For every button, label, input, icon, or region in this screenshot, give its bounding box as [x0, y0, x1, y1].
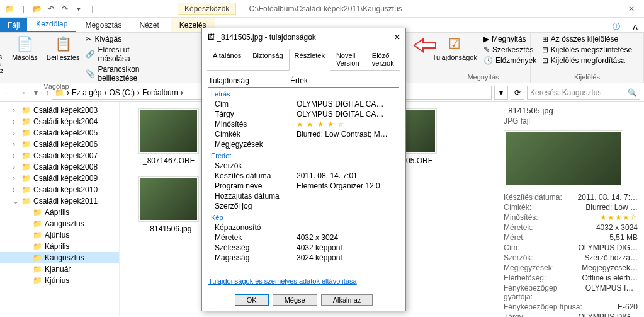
dialog-tab[interactable]: Általános	[207, 49, 247, 70]
property-row: Minősítés★ ★ ★ ★ ☆	[208, 119, 399, 129]
dialog-column-headers: TulajdonságÉrték	[208, 74, 399, 88]
ok-button[interactable]: OK	[235, 294, 269, 306]
dialog-tabs: ÁltalánosBiztonságRészletekNovell Versio…	[207, 49, 400, 71]
thumbnail[interactable]: _8071467.ORF	[138, 108, 199, 165]
invert-icon: ⊡	[542, 56, 548, 65]
maximize-button[interactable]: ☐	[594, 0, 619, 18]
tree-node[interactable]: ›📁Családi képek2005	[0, 127, 119, 139]
detail-row: Elérhetőség:Offline is elérh…	[504, 273, 638, 283]
app-icon: 📁	[4, 3, 15, 14]
tree-node[interactable]: ›📁Családi képek2010	[0, 184, 119, 195]
selection-group-label: Kijelölés	[574, 73, 600, 81]
open-button[interactable]: ▶Megnyitás	[483, 35, 536, 43]
qat-sep2: |	[87, 3, 98, 14]
edit-icon: ✎	[483, 45, 490, 54]
tree-node[interactable]: 📁Káprilis	[0, 241, 119, 252]
tab-view[interactable]: Nézet	[130, 18, 167, 32]
tree-node[interactable]: 📁Kaugusztus	[0, 252, 119, 263]
property-row: CímOLYMPUS DIGITAL CA…	[208, 99, 399, 109]
history-button[interactable]: 🕓Előzmények	[483, 56, 536, 65]
detail-row: Fényképezőgép típusa:E-620	[504, 302, 638, 312]
close-button[interactable]: ✕	[619, 0, 644, 18]
details-pane: _8141505.jpg JPG fájl Készítés dátuma:20…	[497, 102, 644, 316]
thumbnail[interactable]: _8141506.jpg	[138, 176, 199, 233]
tree-node[interactable]: ›📁Családi képek2009	[0, 173, 119, 184]
selectnone-icon: ⊟	[542, 45, 548, 54]
apply-button[interactable]: Alkalmaz	[321, 294, 373, 306]
invertsel-button[interactable]: ⊡Kijelölés megfordítása	[542, 56, 632, 65]
collapse-ribbon-icon[interactable]: ᐱ	[626, 23, 644, 32]
help-icon[interactable]: ⓘ	[606, 21, 626, 32]
pin-button[interactable]: 📌Rögzítés a Gyors eléréshez	[0, 35, 6, 76]
recent-button[interactable]: ▾	[34, 88, 38, 97]
property-row: CímkékBlurred; Low Contrast; M…	[208, 129, 399, 139]
crumb[interactable]: OS (C:)	[109, 88, 135, 97]
folder-icon: 📁	[55, 88, 64, 97]
back-button[interactable]: ←	[4, 88, 11, 97]
property-section: Eredet	[208, 149, 399, 161]
selectall-button[interactable]: ⊞Az összes kijelölése	[542, 35, 632, 43]
tab-file[interactable]: Fájl	[0, 18, 27, 32]
property-row: Méretek4032 x 3024	[208, 233, 399, 243]
copy-button[interactable]: 📄Másolás	[9, 35, 40, 62]
tree-node[interactable]: ›📁Családi képek2003	[0, 105, 119, 116]
dialog-tab[interactable]: Előző verziók	[366, 49, 400, 70]
tree-node[interactable]: 📁Kjúnius	[0, 275, 119, 286]
qat-undo-icon[interactable]: ↶	[45, 3, 57, 14]
paste-button[interactable]: 📋Beillesztés	[44, 35, 82, 62]
property-section: Kép	[208, 211, 399, 222]
detail-row: Készítés dátuma:2011. 08. 14. 7:…	[504, 192, 638, 202]
property-row: Szerzők	[208, 161, 399, 171]
details-filename: _8141505.jpg	[504, 106, 638, 115]
property-row: Készítés dátuma2011. 08. 14. 7:01	[208, 171, 399, 181]
tree-node[interactable]: ›📁Családi képek2008	[0, 161, 119, 173]
forward-button[interactable]: →	[19, 88, 26, 97]
tab-home[interactable]: Kezdőlap	[27, 17, 76, 32]
dialog-tab[interactable]: Részletek	[289, 49, 330, 71]
qat-redo-icon[interactable]: ↷	[59, 3, 71, 14]
dialog-tab[interactable]: Novell Version	[330, 49, 366, 70]
tree-node[interactable]: ›📁Családi képek2006	[0, 139, 119, 150]
remove-properties-link[interactable]: Tulajdonságok és személyes adatok eltávo…	[202, 274, 405, 289]
up-button[interactable]: ↑	[45, 88, 49, 97]
detail-row: Fényképezőgép gyártója:OLYMPUS IM…	[504, 283, 638, 302]
tree-node[interactable]: ›📁Családi képek2007	[0, 150, 119, 161]
qat-openfolder-icon[interactable]: 📂	[31, 3, 43, 14]
search-input[interactable]: Keresés: Kaugusztus 🔍	[527, 86, 640, 100]
refresh-icon[interactable]: ⟳	[511, 86, 524, 100]
crumb[interactable]: Ez a gép	[72, 88, 101, 97]
tree-node[interactable]: 📁Aáprilis	[0, 207, 119, 218]
crumb[interactable]: Fotóalbum	[142, 88, 178, 97]
checkbox-icon: ☑	[448, 36, 461, 52]
tree-node[interactable]: 📁Aaugusztus	[0, 218, 119, 229]
tree-node[interactable]: ›📁Családi képek2004	[0, 116, 119, 127]
tab-share[interactable]: Megosztás	[76, 18, 130, 32]
property-row: Magasság3024 képpont	[208, 253, 399, 263]
shortcut-icon: 📎	[86, 69, 95, 78]
details-filetype: JPG fájl	[504, 117, 638, 125]
cancel-button[interactable]: Mégse	[273, 294, 317, 306]
properties-dialog: 🖼 _8141505.jpg - tulajdonságok ✕ Általán…	[201, 28, 406, 311]
detail-row: Méretek:4032 x 3024	[504, 222, 638, 233]
property-row: Hozzájutás dátuma	[208, 191, 399, 201]
dialog-title: _8141505.jpg - tulajdonságok	[217, 33, 315, 42]
thumbnail-label: _8141506.jpg	[146, 224, 192, 233]
qat-sep: |	[18, 3, 29, 14]
selectnone-button[interactable]: ⊟Kijelölés megszüntetése	[542, 45, 632, 54]
minimize-button[interactable]: —	[568, 0, 594, 18]
image-icon: 🖼	[207, 33, 215, 42]
titlebar: 📁 | 📂 ↶ ↷ ▾ | Képeszközök C:\Fotóalbum\C…	[0, 0, 644, 18]
tree-node[interactable]: 📁Kjanuár	[0, 263, 119, 275]
dropdown-icon[interactable]: ▾	[494, 86, 508, 100]
detail-row: Szerzők:Szerző hozzá…	[504, 253, 638, 263]
folder-tree[interactable]: ›📁Családi képek2003›📁Családi képek2004›📁…	[0, 102, 120, 316]
qat-dropdown-icon[interactable]: ▾	[73, 3, 84, 14]
property-section: Leírás	[208, 88, 399, 99]
tree-node[interactable]: 📁Ajúnius	[0, 229, 119, 241]
edit-button[interactable]: ✎Szerkesztés	[483, 45, 536, 54]
detail-row: Cím:OLYMPUS DIG…	[504, 243, 638, 253]
tree-node[interactable]: ⌄📁Családi képek2011	[0, 195, 119, 207]
property-row: Szerzői jog	[208, 201, 399, 211]
dialog-tab[interactable]: Biztonság	[247, 49, 288, 70]
dialog-close-button[interactable]: ✕	[394, 33, 400, 42]
